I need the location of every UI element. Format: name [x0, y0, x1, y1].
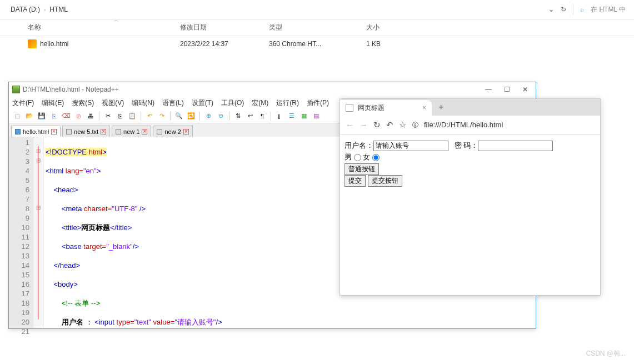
label-user: 用户名： — [345, 141, 373, 149]
normal-button[interactable]: 普通按钮 — [345, 163, 379, 175]
tab-close-icon[interactable]: × — [51, 129, 57, 134]
menu-item[interactable]: 运行(R) — [276, 98, 299, 108]
menu-item[interactable]: 视图(V) — [102, 98, 124, 108]
func-list-icon[interactable]: ☰ — [287, 111, 297, 121]
file-row[interactable]: hello.html 2023/2/22 14:37 360 Chrome HT… — [0, 36, 634, 52]
cut-icon[interactable]: ✂ — [103, 111, 113, 121]
tab-close-icon[interactable]: × — [183, 129, 189, 134]
menu-item[interactable]: 插件(P) — [307, 98, 329, 108]
file-saved-icon — [66, 129, 72, 134]
submit-button[interactable]: 提交 — [345, 175, 366, 187]
html-file-icon — [28, 39, 37, 48]
menu-item[interactable]: 语言(L) — [162, 98, 184, 108]
col-modified[interactable]: 修改日期 — [180, 23, 269, 32]
radio-female[interactable] — [372, 154, 380, 161]
new-tab-icon[interactable]: + — [438, 102, 443, 112]
tab-new2[interactable]: new 2× — [153, 126, 192, 137]
undo-icon[interactable]: ↶ — [144, 111, 154, 121]
tab-close-icon[interactable]: × — [101, 129, 106, 134]
reload-icon[interactable]: ↻ — [373, 120, 381, 130]
col-name[interactable]: 名称 — [28, 23, 180, 32]
app-icon — [12, 86, 20, 93]
dropdown-caret-icon[interactable]: ⌄ — [548, 6, 554, 13]
sync-icon[interactable]: ⇅ — [233, 111, 243, 121]
menu-item[interactable]: 编码(N) — [132, 98, 154, 108]
menu-item[interactable]: 搜索(S) — [72, 98, 94, 108]
search-icon[interactable]: ⌕ — [580, 6, 584, 13]
minimize-icon[interactable]: — — [485, 86, 492, 93]
folder-tree-icon[interactable]: ▦ — [299, 111, 309, 121]
zoom-out-icon[interactable]: ⊖ — [216, 111, 226, 121]
caret-up-icon: ︿ — [113, 16, 119, 24]
menu-item[interactable]: 宏(M) — [252, 98, 268, 108]
show-all-icon[interactable]: ¶ — [257, 111, 267, 121]
browser-tabbar: 网页标题 × + — [340, 99, 600, 116]
tab-hello[interactable]: hello.html× — [11, 126, 61, 137]
tab-close-icon[interactable]: × — [422, 104, 426, 112]
menu-item[interactable]: 工具(O) — [221, 98, 244, 108]
print-icon[interactable]: 🖶 — [86, 111, 96, 121]
file-modified: 2023/2/22 14:37 — [180, 40, 269, 48]
browser-window: 网页标题 × + ← → ↻ ↶ ☆ 🛈 file:///D:/HTML/hel… — [340, 98, 601, 296]
paste-icon[interactable]: 📋 — [127, 111, 137, 121]
tab-new1[interactable]: new 1× — [112, 126, 151, 137]
doc-map-icon[interactable]: ▤ — [311, 111, 321, 121]
maximize-icon[interactable]: ☐ — [504, 86, 510, 93]
password-input[interactable] — [478, 141, 553, 151]
column-headers: ︿ 名称 修改日期 类型 大小 — [0, 19, 634, 36]
zoom-in-icon[interactable]: ⊕ — [203, 111, 213, 121]
close-icon[interactable]: ✕ — [522, 86, 528, 93]
file-saved-icon — [116, 129, 121, 134]
page-body: 用户名： 密 码： 男 女 普通按钮 提交 提交按钮 — [340, 134, 600, 192]
redo-icon[interactable]: ↷ — [157, 111, 167, 121]
restore-icon[interactable]: ↶ — [386, 120, 393, 130]
menu-item[interactable]: 文件(F) — [12, 98, 34, 108]
fold-gutter[interactable]: ⊟⊟ ⊟ — [33, 137, 43, 328]
chevron-right-icon: › — [44, 7, 46, 13]
breadcrumb-bar: DATA (D:) › HTML ⌄ ↻ ⌕ 在 HTML 中 — [0, 0, 634, 19]
file-saved-icon — [157, 129, 162, 134]
tab-close-icon[interactable]: × — [142, 129, 147, 134]
submit-button-2[interactable]: 提交按钮 — [368, 175, 402, 187]
search-hint[interactable]: 在 HTML 中 — [591, 5, 626, 14]
save-icon[interactable]: 💾 — [37, 111, 47, 121]
title-bar[interactable]: D:\HTML\hello.html - Notepad++ — ☐ ✕ — [9, 82, 536, 97]
separator — [573, 4, 573, 15]
radio-male[interactable] — [354, 154, 361, 161]
breadcrumb-seg[interactable]: HTML — [47, 4, 70, 14]
close-file-icon[interactable]: ⌫ — [61, 111, 71, 121]
label-female: 女 — [363, 153, 370, 161]
file-name: hello.html — [40, 40, 68, 48]
back-icon[interactable]: ← — [346, 120, 354, 129]
indent-guide-icon[interactable]: ⫿ — [274, 111, 284, 121]
refresh-icon[interactable]: ↻ — [561, 6, 566, 13]
save-all-icon[interactable]: ⎘ — [49, 111, 59, 121]
menu-item[interactable]: 设置(T) — [192, 98, 213, 108]
file-size: 1 KB — [366, 40, 422, 48]
col-type[interactable]: 类型 — [269, 23, 366, 32]
page-icon — [346, 104, 353, 112]
tab-new5[interactable]: new 5.txt× — [62, 126, 110, 137]
col-size[interactable]: 大小 — [366, 23, 422, 32]
copy-icon[interactable]: ⎘ — [115, 111, 125, 121]
browser-tab[interactable]: 网页标题 × — [340, 100, 432, 116]
tab-title: 网页标题 — [358, 103, 385, 113]
file-saved-icon — [15, 129, 21, 134]
find-icon[interactable]: 🔍 — [174, 111, 184, 121]
new-file-icon[interactable]: ▢ — [12, 111, 22, 121]
wrap-icon[interactable]: ↩ — [245, 111, 255, 121]
watermark: CSDN @韩... — [586, 349, 626, 358]
label-male: 男 — [345, 153, 352, 161]
menu-item[interactable]: 编辑(E) — [42, 98, 64, 108]
replace-icon[interactable]: 🔁 — [186, 111, 196, 121]
breadcrumb-seg[interactable]: DATA (D:) — [8, 4, 42, 14]
close-all-icon[interactable]: ⎚ — [73, 111, 83, 121]
user-input[interactable] — [373, 141, 448, 151]
address-bar: ← → ↻ ↶ ☆ 🛈 file:///D:/HTML/hello.html — [340, 116, 600, 134]
line-numbers: 123456789101112131415161718192021 — [9, 137, 33, 328]
window-title: D:\HTML\hello.html - Notepad++ — [23, 86, 119, 93]
star-icon[interactable]: ☆ — [399, 120, 406, 130]
open-icon[interactable]: 📂 — [24, 111, 34, 121]
forward-icon[interactable]: → — [360, 120, 368, 129]
url-field[interactable]: file:///D:/HTML/hello.html — [424, 121, 503, 129]
